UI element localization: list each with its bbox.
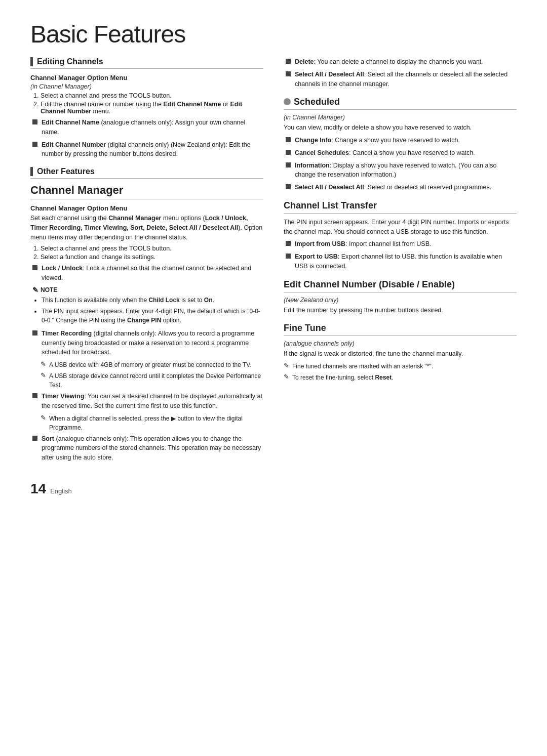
sort-text: Sort (analogue channels only): This oper…: [42, 434, 263, 463]
timer-recording-sub-2: ✎ A USB storage device cannot record unt…: [41, 371, 263, 390]
fine-tune-item-1: ✎ Fine tuned channels are marked with an…: [284, 362, 517, 371]
other-features-header: Other Features: [30, 167, 263, 179]
bullet-square-icon-6: [32, 436, 37, 441]
timer-recording-sub-1: ✎ A USB device with 4GB of memory or gre…: [41, 360, 263, 369]
timer-recording-text: Timer Recording (digital channels only):…: [42, 329, 263, 357]
scheduled-intro: You can view, modify or delete a show yo…: [284, 123, 517, 133]
editing-channels-header: Editing Channels: [30, 57, 263, 69]
import-from-usb-bullet: Import from USB: Import channel list fro…: [286, 239, 517, 249]
sort-bullet: Sort (analogue channels only): This oper…: [32, 434, 263, 463]
pencil-sub-icon-3: ✎: [41, 414, 46, 422]
channel-list-transfer-intro: The PIN input screen appears. Enter your…: [284, 218, 517, 237]
note-item-1: This function is available only when the…: [42, 296, 263, 305]
delete-text: Delete: You can delete a channel to disp…: [295, 57, 483, 67]
channel-manager-steps: Select a channel and press the TOOLS but…: [41, 245, 263, 261]
page-language: English: [50, 487, 72, 495]
bullet-square-icon-4: [32, 330, 37, 335]
select-all-text-2: Select All / Deselect All: Select or des…: [295, 183, 491, 192]
edit-channel-name-text: Edit Channel Name (analogue channels onl…: [42, 118, 263, 137]
timer-recording-bullet: Timer Recording (digital channels only):…: [32, 329, 263, 357]
timer-viewing-sub-text-1: When a digital channel is selected, pres…: [49, 414, 263, 432]
delete-bullet: Delete: You can delete a channel to disp…: [286, 57, 517, 67]
channel-list-transfer-title: Channel List Transfer: [284, 200, 517, 214]
lock-unlock-bullet: Lock / Unlock: Lock a channel so that th…: [32, 264, 263, 283]
bullet-square-icon-3: [32, 265, 37, 270]
editing-steps-list: Select a channel and press the TOOLS but…: [41, 92, 263, 115]
bullet-square-icon: [32, 119, 37, 124]
section-bar-icon: [30, 57, 33, 66]
section-bar-icon-2: [30, 167, 33, 176]
left-column: Editing Channels Channel Manager Option …: [30, 57, 263, 466]
select-all-text-1: Select All / Deselect All: Select all th…: [295, 70, 517, 89]
circle-icon: [284, 98, 291, 105]
editing-channels-title: Editing Channels: [37, 57, 103, 66]
change-info-bullet: Change Info: Change a show you have rese…: [286, 136, 517, 145]
bullet-square-icon-r1: [286, 59, 291, 64]
import-from-usb-text: Import from USB: Import channel list fro…: [295, 239, 432, 249]
timer-recording-sub-text-2: A USB storage device cannot record until…: [49, 371, 263, 390]
fine-tune-note: (analogue channels only): [284, 340, 517, 347]
pencil-fine-icon-1: ✎: [284, 362, 289, 369]
in-channel-manager-note-1: (in Channel Manager): [30, 83, 263, 90]
timer-recording-sub-text-1: A USB device with 4GB of memory or great…: [49, 360, 252, 369]
channel-manager-title: Channel Manager: [30, 184, 263, 199]
channel-manager-option-menu-label-2: Channel Manager Option Menu: [30, 204, 263, 212]
scheduled-title: Scheduled: [294, 97, 340, 107]
editing-step-2: Edit the channel name or number using th…: [41, 101, 263, 115]
channel-manager-option-menu-label-1: Channel Manager Option Menu: [30, 74, 263, 81]
select-all-bullet-1: Select All / Deselect All: Select all th…: [286, 70, 517, 89]
bullet-square-icon-r3: [286, 137, 291, 142]
lock-unlock-text: Lock / Unlock: Lock a channel so that th…: [42, 264, 263, 283]
bullet-square-icon-2: [32, 142, 37, 147]
note-block: ✎ NOTE This function is available only w…: [32, 286, 263, 325]
edit-channel-number-bullet: Edit Channel Number (digital channels on…: [32, 140, 263, 159]
pencil-sub-icon-1: ✎: [41, 360, 46, 368]
bullet-square-icon-5: [32, 393, 37, 398]
cancel-schedules-bullet: Cancel Schedules: Cancel a show you have…: [286, 148, 517, 158]
channel-manager-intro: Set each channel using the Channel Manag…: [30, 214, 263, 242]
information-text: Information: Display a show you have res…: [295, 161, 517, 180]
page-number: 14: [30, 481, 46, 497]
bullet-square-icon-r2: [286, 71, 291, 76]
note-list: This function is available only when the…: [42, 296, 263, 325]
edit-channel-name-bullet: Edit Channel Name (analogue channels onl…: [32, 118, 263, 137]
bullet-square-icon-r4: [286, 150, 291, 155]
note-item-2: The PIN input screen appears. Enter your…: [42, 307, 263, 325]
information-bullet: Information: Display a show you have res…: [286, 161, 517, 180]
change-info-text: Change Info: Change a show you have rese…: [295, 136, 460, 145]
edit-channel-number-text: Edit Channel Number (digital channels on…: [42, 140, 263, 159]
fine-tune-body: If the signal is weak or distorted, fine…: [284, 349, 517, 359]
timer-viewing-bullet: Timer Viewing: You can set a desired cha…: [32, 392, 263, 411]
bullet-square-icon-r7: [286, 241, 291, 246]
cancel-schedules-text: Cancel Schedules: Cancel a show you have…: [295, 148, 475, 158]
scheduled-channel-manager-note: (in Channel Manager): [284, 114, 517, 121]
pencil-icon: ✎: [32, 286, 38, 294]
export-to-usb-bullet: Export to USB: Export channel list to US…: [286, 252, 517, 271]
timer-viewing-sub-1: ✎ When a digital channel is selected, pr…: [41, 414, 263, 432]
edit-channel-number-title: Edit Channel Number (Disable / Enable): [284, 279, 517, 292]
cm-step-1: Select a channel and press the TOOLS but…: [41, 245, 263, 252]
timer-viewing-text: Timer Viewing: You can set a desired cha…: [42, 392, 263, 411]
editing-step-1: Select a channel and press the TOOLS but…: [41, 92, 263, 99]
right-column: Delete: You can delete a channel to disp…: [284, 57, 517, 466]
bullet-square-icon-r8: [286, 254, 291, 259]
page-title: Basic Features: [30, 20, 517, 48]
scheduled-header: Scheduled: [284, 97, 517, 110]
edit-channel-number-body: Edit the number by pressing the number b…: [284, 306, 517, 315]
page-footer: 14 English: [30, 481, 517, 497]
pencil-sub-icon-2: ✎: [41, 371, 46, 379]
fine-tune-item-2: ✎ To reset the fine-tuning, select Reset…: [284, 373, 517, 382]
bullet-square-icon-r6: [286, 184, 291, 189]
other-features-title: Other Features: [37, 167, 95, 176]
fine-tune-item-1-text: Fine tuned channels are marked with an a…: [292, 362, 433, 371]
pencil-fine-icon-2: ✎: [284, 373, 289, 381]
select-all-bullet-2: Select All / Deselect All: Select or des…: [286, 183, 517, 192]
export-to-usb-text: Export to USB: Export channel list to US…: [295, 252, 517, 271]
edit-channel-number-note: (New Zealand only): [284, 297, 517, 304]
fine-tune-item-2-text: To reset the fine-tuning, select Reset.: [292, 373, 393, 382]
cm-step-2: Select a function and change its setting…: [41, 254, 263, 261]
fine-tune-title: Fine Tune: [284, 323, 517, 336]
note-title: ✎ NOTE: [32, 286, 263, 294]
bullet-square-icon-r5: [286, 162, 291, 167]
